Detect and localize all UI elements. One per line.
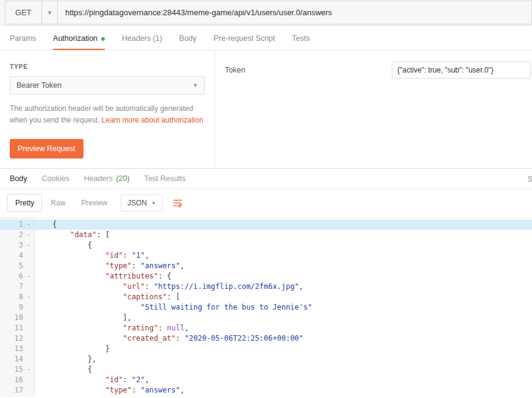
line-number: 17: [0, 385, 23, 396]
view-pretty-button[interactable]: Pretty: [7, 194, 42, 212]
tab-headers[interactable]: Headers (1): [122, 34, 162, 50]
fold-spacer: [23, 313, 34, 323]
code-line: 3- {: [0, 240, 532, 251]
line-number: 4: [0, 251, 23, 261]
token-label: Token: [225, 66, 245, 74]
fold-spacer: [23, 333, 34, 344]
response-tabs: Body Cookies Headers (20) Test Results S: [0, 168, 532, 189]
response-tab-body[interactable]: Body: [10, 174, 27, 183]
line-number: 14: [0, 354, 23, 364]
code-line: 15- {: [0, 364, 532, 375]
chevron-down-icon: ▼: [151, 201, 156, 206]
response-tab-body-label: Body: [10, 174, 27, 183]
response-tab-test-results[interactable]: Test Results: [144, 174, 186, 183]
line-number: 9: [0, 302, 23, 313]
request-tabs: Params Authorization Headers (1) Body Pr…: [0, 26, 532, 51]
code-line: 2- "data": [: [0, 230, 532, 240]
line-number: 7: [0, 282, 23, 292]
fold-spacer: [23, 323, 34, 333]
tab-tests[interactable]: Tests: [292, 34, 310, 50]
auth-type-label: TYPE: [10, 63, 205, 70]
view-preview-button[interactable]: Preview: [74, 194, 115, 211]
code-line: 10 ],: [0, 313, 532, 323]
code-line: 16 "id": "2",: [0, 375, 532, 385]
fold-spacer: [23, 282, 34, 292]
code-line: 5 "type": "answers",: [0, 261, 532, 271]
code-line: 7 "url": "https://i.imgflip.com/2fm6x.jp…: [0, 282, 532, 292]
code-line: 1-{: [0, 219, 532, 230]
response-tab-cookies[interactable]: Cookies: [42, 174, 69, 183]
code-line: 4 "id": "1",: [0, 251, 532, 261]
code-line: 17 "type": "answers",: [0, 385, 532, 396]
line-number: 11: [0, 323, 23, 333]
fold-spacer: [23, 385, 34, 396]
tab-authorization[interactable]: Authorization: [53, 34, 105, 50]
tab-headers-label: Headers (1): [122, 34, 162, 43]
auth-type-value: Bearer Token: [16, 81, 62, 90]
response-tab-headers-label: Headers: [84, 174, 113, 183]
code-line: 8- "captions": [: [0, 292, 532, 302]
learn-more-link[interactable]: Learn more about authorization: [102, 116, 204, 124]
fold-toggle-icon[interactable]: -: [23, 292, 34, 302]
response-viewer-toolbar: Pretty Raw Preview JSON ▼: [0, 189, 532, 217]
tab-tests-label: Tests: [292, 34, 310, 43]
auth-type-select[interactable]: Bearer Token ▼: [10, 76, 205, 94]
fold-toggle-icon[interactable]: -: [23, 240, 34, 251]
line-number: 8: [0, 292, 23, 302]
auth-type-column: TYPE Bearer Token ▼ The authorization he…: [0, 51, 215, 171]
line-number: 1: [0, 219, 23, 230]
wrap-lines-icon[interactable]: [172, 197, 183, 208]
fold-spacer: [23, 344, 34, 354]
line-number: 13: [0, 344, 23, 354]
request-url-bar: GET ▼: [0, 0, 532, 26]
line-number: 16: [0, 375, 23, 385]
line-number: 15: [0, 364, 23, 375]
code-line: 11 "rating": null,: [0, 323, 532, 333]
tab-params-label: Params: [10, 34, 36, 43]
response-tab-cookies-label: Cookies: [42, 174, 69, 183]
fold-toggle-icon[interactable]: -: [23, 271, 34, 282]
auth-note: The authorization header will be automat…: [10, 103, 211, 126]
tab-pre-request-script[interactable]: Pre-request Script: [214, 34, 275, 50]
chevron-down-icon: ▼: [41, 1, 57, 24]
code-line: 13 }: [0, 344, 532, 354]
fold-spacer: [23, 375, 34, 385]
response-tab-test-results-label: Test Results: [144, 174, 186, 183]
fold-toggle-icon[interactable]: -: [23, 230, 34, 240]
fold-spacer: [23, 251, 34, 261]
token-input[interactable]: [392, 62, 531, 79]
line-number: 5: [0, 261, 23, 271]
code-line: 9 "Still waiting for the bus to Jennie's…: [0, 302, 532, 313]
fold-toggle-icon[interactable]: -: [23, 219, 34, 230]
line-number: 2: [0, 230, 23, 240]
tab-body[interactable]: Body: [179, 34, 197, 50]
response-status-text: S: [528, 175, 532, 183]
response-body-code-editor[interactable]: 1-{2- "data": [3- {4 "id": "1",5 "type":…: [0, 217, 532, 397]
preview-request-button[interactable]: Preview Request: [10, 139, 83, 158]
fold-spacer: [23, 261, 34, 271]
response-tab-headers[interactable]: Headers (20): [84, 174, 130, 183]
tab-params[interactable]: Params: [10, 34, 36, 50]
http-method-select[interactable]: GET ▼: [5, 1, 58, 24]
view-raw-button[interactable]: Raw: [43, 194, 73, 211]
code-line: 12 "created_at": "2020-05-06T22:25:06+00…: [0, 333, 532, 344]
line-number: 3: [0, 240, 23, 251]
code-lines: 1-{2- "data": [3- {4 "id": "1",5 "type":…: [0, 219, 532, 396]
code-line: 14 },: [0, 354, 532, 364]
chevron-down-icon: ▼: [193, 82, 198, 88]
auth-set-indicator-dot: [101, 37, 105, 41]
tab-body-label: Body: [179, 34, 197, 43]
fold-spacer: [23, 354, 34, 364]
fold-spacer: [23, 302, 34, 313]
tab-pre-request-script-label: Pre-request Script: [214, 34, 275, 43]
code-line: 6- "attributes": {: [0, 271, 532, 282]
authorization-panel: TYPE Bearer Token ▼ The authorization he…: [0, 51, 532, 168]
fold-toggle-icon[interactable]: -: [23, 364, 34, 375]
format-select[interactable]: JSON ▼: [121, 194, 163, 211]
tab-authorization-label: Authorization: [53, 34, 98, 43]
line-number: 10: [0, 313, 23, 323]
http-method-value: GET: [5, 9, 41, 17]
request-url-input[interactable]: [58, 1, 532, 24]
headers-count-badge: (20): [116, 174, 129, 183]
format-select-value: JSON: [127, 199, 147, 207]
